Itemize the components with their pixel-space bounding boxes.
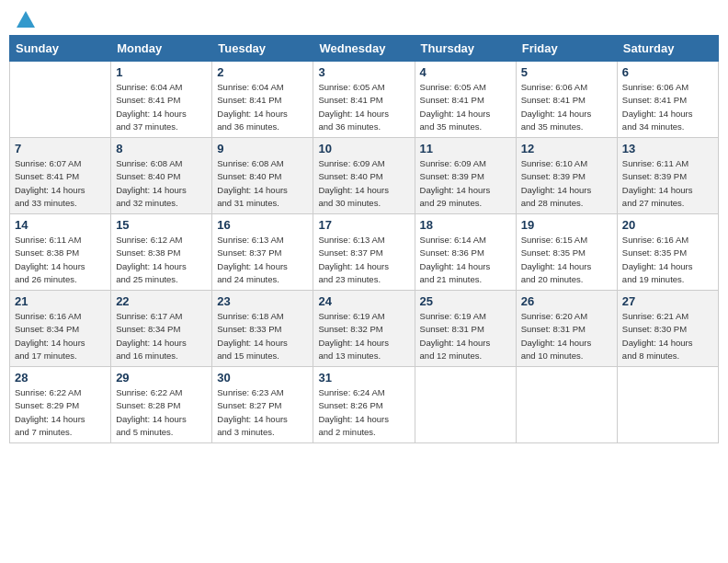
- day-info: Sunrise: 6:04 AMSunset: 8:41 PMDaylight:…: [217, 81, 308, 133]
- day-info: Sunrise: 6:13 AMSunset: 8:37 PMDaylight:…: [217, 234, 308, 286]
- day-of-week-header: Sunday: [10, 36, 111, 62]
- day-number: 20: [622, 218, 713, 232]
- day-info: Sunrise: 6:15 AMSunset: 8:35 PMDaylight:…: [521, 234, 612, 286]
- day-info: Sunrise: 6:08 AMSunset: 8:40 PMDaylight:…: [217, 157, 308, 210]
- calendar-day-cell: 15Sunrise: 6:12 AMSunset: 8:38 PMDayligh…: [111, 214, 212, 291]
- calendar-day-cell: [415, 367, 516, 443]
- calendar-week-row: 1Sunrise: 6:04 AMSunset: 8:41 PMDaylight…: [10, 62, 719, 138]
- calendar-day-cell: 20Sunrise: 6:16 AMSunset: 8:35 PMDayligh…: [617, 214, 718, 291]
- calendar-day-cell: 28Sunrise: 6:22 AMSunset: 8:29 PMDayligh…: [10, 367, 111, 443]
- calendar-day-cell: 17Sunrise: 6:13 AMSunset: 8:37 PMDayligh…: [313, 214, 415, 291]
- calendar-day-cell: 29Sunrise: 6:22 AMSunset: 8:28 PMDayligh…: [111, 367, 212, 443]
- day-number: 17: [318, 218, 409, 232]
- day-number: 24: [318, 294, 409, 308]
- day-number: 13: [622, 142, 713, 155]
- day-info: Sunrise: 6:21 AMSunset: 8:30 PMDaylight:…: [622, 310, 713, 362]
- calendar-day-cell: 5Sunrise: 6:06 AMSunset: 8:41 PMDaylight…: [516, 62, 617, 138]
- day-number: 27: [622, 294, 713, 308]
- calendar-day-cell: 19Sunrise: 6:15 AMSunset: 8:35 PMDayligh…: [516, 214, 617, 291]
- day-number: 25: [420, 294, 511, 308]
- day-number: 23: [217, 294, 308, 308]
- day-number: 29: [116, 371, 207, 385]
- calendar-week-row: 28Sunrise: 6:22 AMSunset: 8:29 PMDayligh…: [10, 367, 719, 443]
- day-info: Sunrise: 6:09 AMSunset: 8:40 PMDaylight:…: [318, 157, 409, 210]
- day-number: 12: [521, 142, 612, 155]
- day-info: Sunrise: 6:13 AMSunset: 8:37 PMDaylight:…: [318, 234, 409, 286]
- day-info: Sunrise: 6:23 AMSunset: 8:27 PMDaylight:…: [217, 386, 308, 439]
- day-number: 2: [217, 65, 308, 79]
- calendar-day-cell: 9Sunrise: 6:08 AMSunset: 8:40 PMDaylight…: [212, 138, 313, 214]
- calendar-day-cell: 2Sunrise: 6:04 AMSunset: 8:41 PMDaylight…: [212, 62, 313, 138]
- day-number: 6: [622, 65, 713, 79]
- calendar-day-cell: 18Sunrise: 6:14 AMSunset: 8:36 PMDayligh…: [415, 214, 516, 291]
- day-number: 3: [318, 65, 409, 79]
- calendar-day-cell: [617, 367, 718, 443]
- day-info: Sunrise: 6:05 AMSunset: 8:41 PMDaylight:…: [318, 81, 409, 133]
- calendar-day-cell: 31Sunrise: 6:24 AMSunset: 8:26 PMDayligh…: [313, 367, 415, 443]
- day-number: 8: [116, 142, 207, 155]
- day-info: Sunrise: 6:09 AMSunset: 8:39 PMDaylight:…: [420, 157, 511, 210]
- day-info: Sunrise: 6:22 AMSunset: 8:28 PMDaylight:…: [116, 386, 207, 439]
- day-number: 30: [217, 371, 308, 385]
- day-info: Sunrise: 6:04 AMSunset: 8:41 PMDaylight:…: [116, 81, 207, 133]
- day-number: 9: [217, 142, 308, 155]
- day-info: Sunrise: 6:19 AMSunset: 8:32 PMDaylight:…: [318, 310, 409, 362]
- day-of-week-header: Wednesday: [313, 36, 415, 62]
- day-number: 4: [420, 65, 511, 79]
- day-number: 11: [420, 142, 511, 155]
- logo-triangle-icon: [17, 11, 35, 28]
- calendar-week-row: 14Sunrise: 6:11 AMSunset: 8:38 PMDayligh…: [10, 214, 719, 291]
- day-number: 19: [521, 218, 612, 232]
- day-info: Sunrise: 6:06 AMSunset: 8:41 PMDaylight:…: [521, 81, 612, 133]
- day-number: 10: [318, 142, 409, 155]
- calendar-day-cell: 25Sunrise: 6:19 AMSunset: 8:31 PMDayligh…: [415, 291, 516, 367]
- day-number: 14: [15, 218, 106, 232]
- day-info: Sunrise: 6:16 AMSunset: 8:34 PMDaylight:…: [15, 310, 106, 362]
- calendar-day-cell: 22Sunrise: 6:17 AMSunset: 8:34 PMDayligh…: [111, 291, 212, 367]
- calendar-day-cell: [516, 367, 617, 443]
- calendar-day-cell: 6Sunrise: 6:06 AMSunset: 8:41 PMDaylight…: [617, 62, 718, 138]
- day-number: 22: [116, 294, 207, 308]
- day-info: Sunrise: 6:20 AMSunset: 8:31 PMDaylight:…: [521, 310, 612, 362]
- calendar-day-cell: 26Sunrise: 6:20 AMSunset: 8:31 PMDayligh…: [516, 291, 617, 367]
- calendar-day-cell: 30Sunrise: 6:23 AMSunset: 8:27 PMDayligh…: [212, 367, 313, 443]
- day-info: Sunrise: 6:06 AMSunset: 8:41 PMDaylight:…: [622, 81, 713, 133]
- calendar-day-cell: 21Sunrise: 6:16 AMSunset: 8:34 PMDayligh…: [10, 291, 111, 367]
- calendar-day-cell: 7Sunrise: 6:07 AMSunset: 8:41 PMDaylight…: [10, 138, 111, 214]
- day-of-week-header: Friday: [516, 36, 617, 62]
- calendar-day-cell: 8Sunrise: 6:08 AMSunset: 8:40 PMDaylight…: [111, 138, 212, 214]
- day-number: 16: [217, 218, 308, 232]
- day-info: Sunrise: 6:10 AMSunset: 8:39 PMDaylight:…: [521, 157, 612, 210]
- calendar-day-cell: 23Sunrise: 6:18 AMSunset: 8:33 PMDayligh…: [212, 291, 313, 367]
- day-number: 21: [15, 294, 106, 308]
- day-info: Sunrise: 6:11 AMSunset: 8:38 PMDaylight:…: [15, 234, 106, 286]
- day-number: 26: [521, 294, 612, 308]
- calendar-day-cell: 12Sunrise: 6:10 AMSunset: 8:39 PMDayligh…: [516, 138, 617, 214]
- day-of-week-header: Thursday: [415, 36, 516, 62]
- day-number: 31: [318, 371, 409, 385]
- logo: [13, 9, 35, 28]
- calendar-week-row: 7Sunrise: 6:07 AMSunset: 8:41 PMDaylight…: [10, 138, 719, 214]
- day-of-week-header: Saturday: [617, 36, 718, 62]
- calendar-day-cell: 1Sunrise: 6:04 AMSunset: 8:41 PMDaylight…: [111, 62, 212, 138]
- calendar-day-cell: 14Sunrise: 6:11 AMSunset: 8:38 PMDayligh…: [10, 214, 111, 291]
- day-info: Sunrise: 6:05 AMSunset: 8:41 PMDaylight:…: [420, 81, 511, 133]
- day-of-week-header: Tuesday: [212, 36, 313, 62]
- calendar-day-cell: 4Sunrise: 6:05 AMSunset: 8:41 PMDaylight…: [415, 62, 516, 138]
- day-info: Sunrise: 6:07 AMSunset: 8:41 PMDaylight:…: [15, 157, 106, 210]
- day-number: 18: [420, 218, 511, 232]
- calendar-day-cell: 16Sunrise: 6:13 AMSunset: 8:37 PMDayligh…: [212, 214, 313, 291]
- day-number: 5: [521, 65, 612, 79]
- day-number: 1: [116, 65, 207, 79]
- day-info: Sunrise: 6:18 AMSunset: 8:33 PMDaylight:…: [217, 310, 308, 362]
- calendar-day-cell: [10, 62, 111, 138]
- day-info: Sunrise: 6:08 AMSunset: 8:40 PMDaylight:…: [116, 157, 207, 210]
- calendar-day-cell: 24Sunrise: 6:19 AMSunset: 8:32 PMDayligh…: [313, 291, 415, 367]
- calendar-day-cell: 10Sunrise: 6:09 AMSunset: 8:40 PMDayligh…: [313, 138, 415, 214]
- day-info: Sunrise: 6:17 AMSunset: 8:34 PMDaylight:…: [116, 310, 207, 362]
- calendar-day-cell: 13Sunrise: 6:11 AMSunset: 8:39 PMDayligh…: [617, 138, 718, 214]
- day-info: Sunrise: 6:11 AMSunset: 8:39 PMDaylight:…: [622, 157, 713, 210]
- calendar-day-cell: 3Sunrise: 6:05 AMSunset: 8:41 PMDaylight…: [313, 62, 415, 138]
- day-of-week-header: Monday: [111, 36, 212, 62]
- day-info: Sunrise: 6:24 AMSunset: 8:26 PMDaylight:…: [318, 386, 409, 439]
